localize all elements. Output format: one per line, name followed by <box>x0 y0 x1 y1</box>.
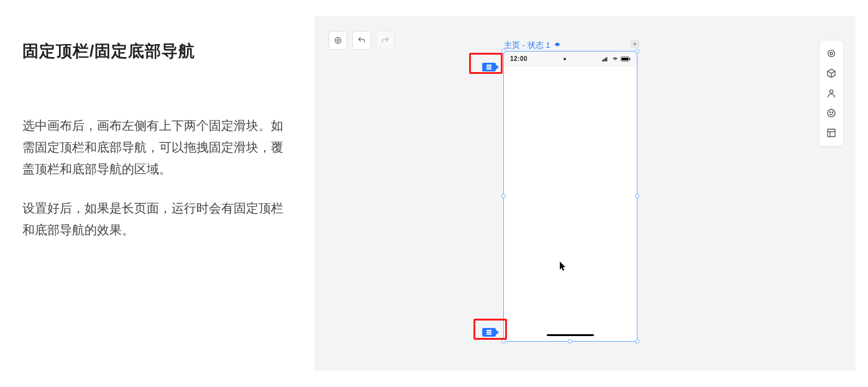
doc-title: 固定顶栏/固定底部导航 <box>22 40 283 62</box>
redo-button <box>376 31 395 50</box>
redo-icon <box>381 36 390 45</box>
status-time: 12:00 <box>510 55 528 62</box>
selection-handle-br[interactable] <box>635 339 639 344</box>
selection-handle-mr[interactable] <box>635 194 639 198</box>
right-toolbar <box>819 40 844 147</box>
svg-point-14 <box>832 112 833 112</box>
smile-tool-button[interactable] <box>822 104 841 122</box>
wifi-icon <box>611 57 619 61</box>
selection-handle-ml[interactable] <box>501 194 506 198</box>
layout-icon <box>826 128 836 138</box>
lightning-badge[interactable] <box>631 40 639 48</box>
fixed-top-slider[interactable] <box>482 63 496 71</box>
target-tool-button[interactable] <box>822 44 841 63</box>
svg-rect-15 <box>828 129 835 137</box>
smile-icon <box>826 108 836 118</box>
svg-rect-8 <box>629 58 630 60</box>
page-label-text: 主页 - 状态 1 <box>504 40 550 51</box>
editor-canvas-panel: 主页 - 状态 1 12:00 <box>314 16 856 371</box>
selection-handle-tl[interactable] <box>501 49 506 53</box>
svg-point-11 <box>829 90 833 93</box>
doc-paragraph-2: 设置好后，如果是长页面，运行时会有固定顶栏和底部导航的效果。 <box>22 198 283 241</box>
cube-icon <box>826 68 836 78</box>
selection-handle-bm[interactable] <box>568 339 572 344</box>
selection-handle-bl[interactable] <box>501 339 506 344</box>
notch-dot <box>564 58 566 60</box>
svg-point-0 <box>335 37 340 43</box>
undo-button[interactable] <box>352 31 371 50</box>
svg-point-1 <box>337 39 339 42</box>
status-indicators <box>602 57 631 61</box>
svg-rect-5 <box>606 57 608 61</box>
settings-gear-icon[interactable] <box>554 42 561 49</box>
svg-rect-4 <box>605 58 606 61</box>
layout-tool-button[interactable] <box>822 124 841 142</box>
editor-toolbar <box>329 31 395 50</box>
canvas-page-label[interactable]: 主页 - 状态 1 <box>504 40 561 51</box>
svg-rect-2 <box>602 60 603 61</box>
person-tool-button[interactable] <box>822 84 841 102</box>
svg-point-10 <box>830 52 833 55</box>
svg-point-9 <box>828 50 835 57</box>
svg-rect-3 <box>603 59 605 61</box>
undo-icon <box>357 36 366 45</box>
target-button[interactable] <box>329 31 347 50</box>
fixed-bottom-slider[interactable] <box>482 328 496 337</box>
selection-handle-tr[interactable] <box>635 49 639 53</box>
device-status-bar: 12:00 <box>504 52 637 66</box>
doc-left-panel: 固定顶栏/固定底部导航 选中画布后，画布左侧有上下两个固定滑块。如需固定顶栏和底… <box>22 40 283 258</box>
svg-point-13 <box>829 112 830 112</box>
signal-icon <box>602 57 610 61</box>
target-icon <box>826 48 836 58</box>
device-canvas[interactable]: 12:00 <box>503 51 637 342</box>
svg-point-12 <box>828 109 835 117</box>
battery-icon <box>621 57 631 61</box>
home-indicator <box>547 334 594 336</box>
target-icon <box>334 36 342 45</box>
lightning-icon <box>633 41 637 47</box>
doc-paragraph-1: 选中画布后，画布左侧有上下两个固定滑块。如需固定顶栏和底部导航，可以拖拽固定滑块… <box>22 115 283 180</box>
cube-tool-button[interactable] <box>822 64 841 83</box>
svg-rect-7 <box>621 58 628 60</box>
person-icon <box>826 88 836 98</box>
